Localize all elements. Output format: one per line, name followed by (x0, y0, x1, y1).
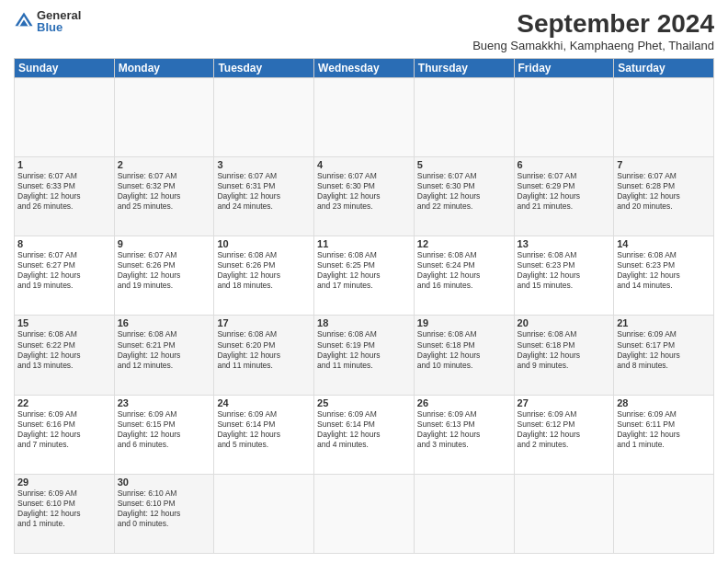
cell-text: Sunrise: 6:08 AM (118, 329, 211, 339)
header-saturday: Saturday (614, 59, 714, 78)
cell-text: Daylight: 12 hours (217, 270, 311, 281)
cell-text: Sunset: 6:26 PM (217, 260, 311, 270)
calendar-week-row: 1Sunrise: 6:07 AMSunset: 6:33 PMDaylight… (15, 157, 714, 236)
cell-text: Sunset: 6:11 PM (617, 419, 711, 430)
calendar-cell: 12Sunrise: 6:08 AMSunset: 6:24 PMDayligh… (414, 236, 514, 316)
cell-text: and 19 minutes. (118, 281, 211, 291)
cell-text: Sunset: 6:14 PM (217, 419, 311, 430)
calendar-cell (15, 78, 115, 157)
calendar-cell: 17Sunrise: 6:08 AMSunset: 6:20 PMDayligh… (214, 316, 314, 395)
cell-text: Daylight: 12 hours (518, 191, 611, 201)
cell-text: and 1 minute. (617, 440, 711, 450)
cell-text: Sunrise: 6:09 AM (217, 409, 311, 419)
cell-text: Sunrise: 6:07 AM (17, 171, 111, 181)
cell-text: Sunset: 6:19 PM (317, 340, 411, 350)
cell-text: Daylight: 12 hours (317, 191, 411, 201)
cell-text: Daylight: 12 hours (17, 270, 111, 281)
calendar-cell: 6Sunrise: 6:07 AMSunset: 6:29 PMDaylight… (514, 157, 614, 236)
cell-text: Daylight: 12 hours (518, 430, 611, 440)
cell-text: Daylight: 12 hours (317, 270, 411, 281)
calendar-cell (614, 78, 714, 157)
cell-text: Sunrise: 6:09 AM (118, 409, 211, 419)
cell-text: Sunrise: 6:09 AM (617, 409, 711, 419)
calendar-cell: 30Sunrise: 6:10 AMSunset: 6:10 PMDayligh… (114, 474, 214, 553)
cell-text: Daylight: 12 hours (17, 509, 111, 519)
header-monday: Monday (114, 59, 214, 78)
calendar-cell: 1Sunrise: 6:07 AMSunset: 6:33 PMDaylight… (15, 157, 115, 236)
cell-text: Daylight: 12 hours (417, 430, 511, 440)
cell-text: and 15 minutes. (518, 281, 611, 291)
calendar-cell: 14Sunrise: 6:08 AMSunset: 6:23 PMDayligh… (614, 236, 714, 316)
cell-text: Sunrise: 6:07 AM (417, 171, 511, 181)
cell-text: Sunset: 6:10 PM (118, 499, 211, 509)
day-number: 29 (17, 477, 111, 488)
cell-text: Daylight: 12 hours (217, 191, 311, 201)
cell-text: Sunset: 6:13 PM (417, 419, 511, 430)
day-number: 12 (417, 238, 511, 249)
calendar-cell (114, 78, 214, 157)
cell-text: Sunset: 6:32 PM (118, 181, 211, 191)
calendar-cell (214, 474, 314, 553)
day-number: 26 (417, 397, 511, 408)
cell-text: Daylight: 12 hours (317, 350, 411, 361)
cell-text: Daylight: 12 hours (417, 191, 511, 201)
cell-text: Sunrise: 6:08 AM (17, 329, 111, 339)
day-number: 23 (118, 397, 211, 408)
header-friday: Friday (514, 59, 614, 78)
calendar-cell: 20Sunrise: 6:08 AMSunset: 6:18 PMDayligh… (514, 316, 614, 395)
logo: General Blue (14, 9, 81, 33)
cell-text: and 0 minutes. (118, 519, 211, 529)
cell-text: Daylight: 12 hours (317, 430, 411, 440)
cell-text: Daylight: 12 hours (118, 191, 211, 201)
logo-icon (14, 11, 34, 31)
logo-blue: Blue (37, 21, 81, 33)
day-number: 9 (118, 238, 211, 249)
day-number: 17 (217, 317, 311, 328)
calendar-cell: 8Sunrise: 6:07 AMSunset: 6:27 PMDaylight… (15, 236, 115, 316)
calendar-cell: 15Sunrise: 6:08 AMSunset: 6:22 PMDayligh… (15, 316, 115, 395)
cell-text: and 25 minutes. (118, 201, 211, 212)
cell-text: Sunrise: 6:07 AM (118, 250, 211, 260)
cell-text: and 1 minute. (17, 519, 111, 529)
title-section: September 2024 Bueng Samakkhi, Kamphaeng… (472, 9, 714, 52)
calendar-cell: 25Sunrise: 6:09 AMSunset: 6:14 PMDayligh… (314, 395, 415, 474)
calendar-cell: 9Sunrise: 6:07 AMSunset: 6:26 PMDaylight… (114, 236, 214, 316)
day-number: 7 (617, 159, 711, 170)
cell-text: Sunrise: 6:10 AM (118, 488, 211, 499)
day-number: 16 (118, 317, 211, 328)
day-number: 18 (317, 317, 411, 328)
cell-text: Sunrise: 6:07 AM (118, 171, 211, 181)
cell-text: Daylight: 12 hours (17, 191, 111, 201)
cell-text: and 5 minutes. (217, 440, 311, 450)
cell-text: and 26 minutes. (17, 201, 111, 212)
calendar-cell: 10Sunrise: 6:08 AMSunset: 6:26 PMDayligh… (214, 236, 314, 316)
cell-text: Sunset: 6:18 PM (518, 340, 611, 350)
calendar-cell: 5Sunrise: 6:07 AMSunset: 6:30 PMDaylight… (414, 157, 514, 236)
day-number: 13 (518, 238, 611, 249)
cell-text: Sunrise: 6:07 AM (317, 171, 411, 181)
cell-text: Sunrise: 6:08 AM (417, 250, 511, 260)
day-number: 30 (118, 477, 211, 488)
calendar-cell (514, 78, 614, 157)
cell-text: and 19 minutes. (17, 281, 111, 291)
cell-text: and 14 minutes. (617, 281, 711, 291)
cell-text: Daylight: 12 hours (417, 350, 511, 361)
header: General Blue September 2024 Bueng Samakk… (14, 9, 714, 52)
cell-text: Sunset: 6:29 PM (518, 181, 611, 191)
day-number: 20 (518, 317, 611, 328)
day-number: 14 (617, 238, 711, 249)
cell-text: and 11 minutes. (317, 361, 411, 371)
cell-text: Sunrise: 6:09 AM (317, 409, 411, 419)
calendar-cell (614, 474, 714, 553)
day-number: 28 (617, 397, 711, 408)
cell-text: and 8 minutes. (617, 361, 711, 371)
cell-text: Sunset: 6:15 PM (118, 419, 211, 430)
cell-text: Sunset: 6:18 PM (417, 340, 511, 350)
cell-text: Sunrise: 6:08 AM (518, 250, 611, 260)
cell-text: and 4 minutes. (317, 440, 411, 450)
cell-text: Daylight: 12 hours (617, 270, 711, 281)
cell-text: Daylight: 12 hours (17, 430, 111, 440)
calendar-cell: 19Sunrise: 6:08 AMSunset: 6:18 PMDayligh… (414, 316, 514, 395)
cell-text: and 20 minutes. (617, 201, 711, 212)
cell-text: Sunrise: 6:08 AM (217, 250, 311, 260)
